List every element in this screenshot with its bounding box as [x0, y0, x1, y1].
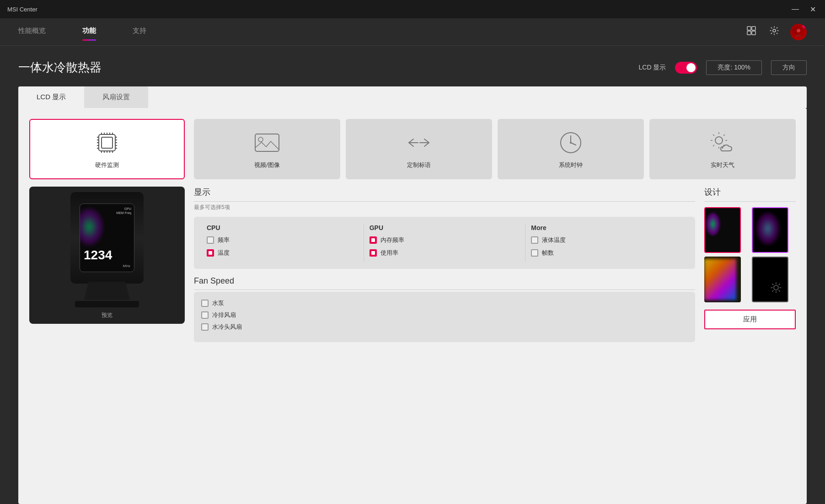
rad-fan-item[interactable]: 冷排风扇	[201, 311, 688, 319]
fps-item[interactable]: 帧数	[531, 249, 682, 257]
preview-label: 预览	[102, 311, 112, 319]
liquid-temp-checkbox[interactable]	[531, 236, 538, 244]
design-section: 设计	[704, 187, 796, 493]
minimize-button[interactable]: —	[790, 5, 801, 14]
weather-label: 实时天气	[711, 161, 734, 169]
lcd-toggle[interactable]	[675, 62, 697, 74]
svg-rect-29	[255, 134, 279, 151]
rad-fan-label: 冷排风扇	[212, 311, 236, 319]
titlebar: MSI Center — ✕	[0, 0, 825, 18]
grid-icon-button[interactable]	[745, 24, 758, 40]
design-card-1[interactable]	[704, 207, 741, 253]
fan-section-title: Fan Speed	[194, 276, 695, 290]
svg-rect-3	[752, 31, 755, 35]
gpu-usage-checkbox[interactable]	[370, 249, 377, 257]
display-section: 显示 最多可选择5项 CPU 频率	[194, 187, 695, 493]
svg-rect-0	[747, 27, 751, 30]
svg-point-35	[715, 137, 723, 144]
video-label: 视频/图像	[254, 161, 280, 169]
lcd-display-label: LCD 显示	[639, 64, 666, 72]
main-content: 性能概览 功能 支持	[0, 18, 825, 504]
cpu-temp-item[interactable]: 温度	[207, 249, 358, 257]
cpu-temp-checkbox[interactable]	[207, 249, 214, 257]
svg-point-34	[570, 142, 572, 144]
display-type-video[interactable]: 视频/图像	[194, 119, 340, 179]
top-nav: 性能概览 功能 支持	[0, 18, 825, 46]
design-title: 设计	[704, 187, 796, 202]
head-fan-item[interactable]: 水冷头风扇	[201, 323, 688, 331]
svg-point-6	[795, 34, 802, 37]
preview-container: GPUMEM Freq 1234 MHz 预览	[29, 187, 185, 324]
preview-image: GPUMEM Freq 1234 MHz	[57, 191, 157, 308]
screen-value: 1234	[84, 248, 112, 263]
gpu-group-title: GPU	[370, 224, 520, 231]
display-type-banner[interactable]: 定制标语	[346, 119, 492, 179]
head-fan-label: 水冷头风扇	[212, 323, 242, 331]
design-card-4[interactable]	[752, 257, 788, 302]
cpu-group: CPU 频率 温度	[201, 224, 364, 262]
banner-label: 定制标语	[407, 161, 431, 169]
cooler-body: GPUMEM Freq 1234 MHz	[70, 192, 144, 284]
svg-rect-1	[752, 27, 755, 30]
tab-features[interactable]: 功能	[82, 27, 96, 37]
svg-rect-8	[102, 137, 112, 148]
liquid-temp-label: 液体温度	[542, 236, 566, 244]
gpu-memfreq-checkbox[interactable]	[370, 236, 377, 244]
sub-tab-lcd[interactable]: LCD 显示	[18, 86, 84, 108]
direction-button[interactable]: 方向	[771, 60, 807, 75]
cpu-temp-label: 温度	[218, 249, 230, 257]
svg-line-40	[713, 134, 714, 136]
avatar[interactable]	[790, 24, 807, 40]
display-type-hardware[interactable]: 硬件监测	[29, 119, 185, 179]
cpu-freq-checkbox[interactable]	[207, 236, 214, 244]
design-card-2[interactable]	[752, 207, 788, 253]
tab-support[interactable]: 支持	[133, 27, 146, 37]
sub-tab-fan[interactable]: 风扇设置	[84, 86, 148, 108]
window-controls: — ✕	[790, 5, 818, 14]
header-controls: LCD 显示 亮度: 100% 方向	[639, 60, 807, 75]
svg-line-42	[723, 134, 725, 136]
screen-label: GPUMEM Freq	[116, 207, 131, 215]
gpu-memfreq-label: 内存频率	[380, 236, 404, 244]
page-header: 一体水冷散热器 LCD 显示 亮度: 100% 方向	[18, 59, 807, 75]
tab-performance[interactable]: 性能概览	[18, 27, 46, 37]
more-group: More 液体温度 帧数	[525, 224, 688, 262]
video-image-icon	[253, 129, 281, 156]
settings-icon-button[interactable]	[767, 24, 781, 40]
design-grid-2	[704, 257, 796, 302]
svg-point-30	[258, 137, 263, 142]
nav-right	[745, 24, 807, 40]
rad-fan-checkbox[interactable]	[201, 311, 209, 319]
gpu-usage-item[interactable]: 使用率	[370, 249, 520, 257]
cpu-group-title: CPU	[207, 224, 358, 231]
apply-button[interactable]: 应用	[704, 310, 796, 329]
liquid-temp-item[interactable]: 液体温度	[531, 236, 682, 244]
design-card-3[interactable]	[704, 257, 741, 302]
fan-speed-section: Fan Speed 水泵 冷排风扇	[194, 276, 695, 342]
fan-checkboxes: 水泵 冷排风扇 水冷头风扇	[194, 292, 695, 342]
clock-icon	[558, 129, 583, 156]
pump-checkbox[interactable]	[201, 300, 209, 307]
sub-tabs: LCD 显示 风扇设置	[18, 86, 807, 108]
gear-icon	[769, 281, 783, 297]
pump-item[interactable]: 水泵	[201, 299, 688, 307]
gpu-group: GPU 内存频率 使用率	[364, 224, 526, 262]
cpu-freq-item[interactable]: 频率	[207, 236, 358, 244]
svg-point-44	[774, 285, 778, 290]
svg-point-5	[797, 29, 800, 32]
close-button[interactable]: ✕	[808, 5, 818, 14]
display-type-clock[interactable]: 系统时钟	[498, 119, 644, 179]
nav-tabs: 性能概览 功能 支持	[18, 27, 146, 37]
cooler-screen: GPUMEM Freq 1234 MHz	[80, 204, 134, 272]
display-section-title: 显示	[194, 187, 695, 202]
clock-label: 系统时钟	[559, 161, 583, 169]
main-panel: 硬件监测 GPUMEM Freq 1234 MHz	[18, 108, 807, 504]
gpu-memfreq-item[interactable]: 内存频率	[370, 236, 520, 244]
banner-icon	[405, 129, 433, 156]
display-type-weather[interactable]: 实时天气	[649, 119, 796, 179]
head-fan-checkbox[interactable]	[201, 323, 209, 331]
brightness-button[interactable]: 亮度: 100%	[706, 60, 762, 75]
page-title: 一体水冷散热器	[18, 59, 102, 75]
hardware-monitor-icon	[93, 129, 121, 156]
fps-checkbox[interactable]	[531, 249, 538, 257]
